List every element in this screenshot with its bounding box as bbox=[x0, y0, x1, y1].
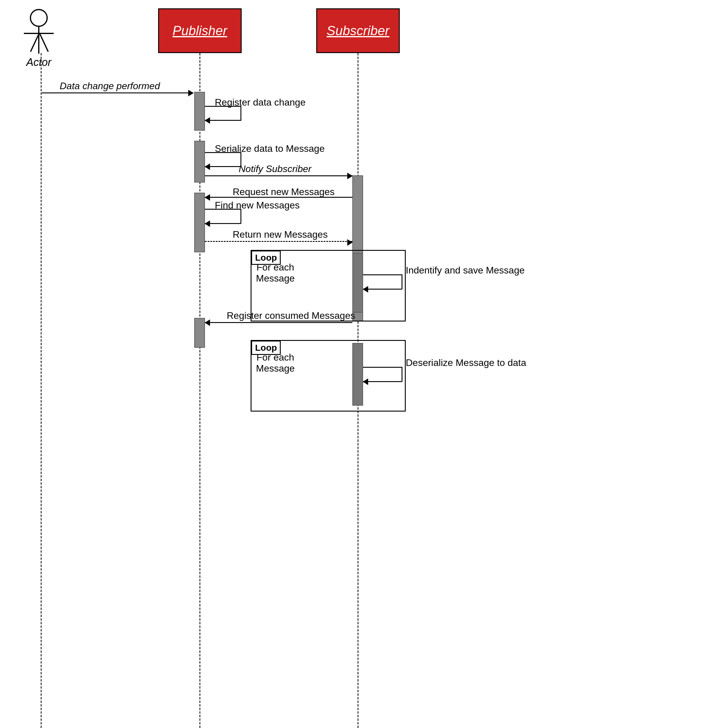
loop-fragment-2: Loop bbox=[250, 340, 406, 412]
arrow-m9 bbox=[205, 322, 352, 323]
arrowhead-m5 bbox=[205, 194, 210, 201]
actor-lifeline bbox=[41, 53, 42, 728]
label-m10: Deserialize Message to data bbox=[406, 357, 526, 368]
subscriber-label: Subscriber bbox=[327, 23, 389, 38]
arrow-m8-down bbox=[402, 274, 402, 289]
loop-condition-2: For each Message bbox=[256, 352, 295, 374]
label-m8: Indentify and save Message bbox=[406, 265, 525, 276]
label-m7: Return new Messages bbox=[233, 229, 328, 240]
actor-leg-right bbox=[30, 32, 40, 52]
arrow-m10-in bbox=[363, 381, 402, 382]
publisher-label: Publisher bbox=[173, 23, 227, 38]
arrowhead-m1 bbox=[188, 90, 194, 96]
label-m1: Data change performed bbox=[60, 80, 160, 92]
label-m2: Register data change bbox=[215, 97, 305, 108]
arrowhead-m10 bbox=[363, 378, 368, 385]
arrow-m10-out bbox=[363, 367, 402, 368]
arrow-m7 bbox=[205, 241, 352, 242]
arrowhead-m9 bbox=[205, 319, 210, 326]
arrow-m4 bbox=[205, 176, 352, 176]
actor-leg-left bbox=[39, 32, 49, 52]
arrow-m2-down bbox=[240, 106, 241, 121]
label-m6: Find new Messages bbox=[215, 200, 300, 211]
label-m4: Notify Subscriber bbox=[239, 163, 311, 174]
activation-bar-pub1 bbox=[194, 92, 205, 131]
arrow-m8-in bbox=[363, 289, 402, 290]
label-m3: Serialize data to Message bbox=[215, 143, 325, 154]
arrow-m8-out bbox=[363, 274, 402, 275]
arrow-m6-in bbox=[205, 223, 241, 224]
actor: Actor bbox=[26, 9, 51, 69]
arrow-m10-down bbox=[402, 367, 402, 382]
activation-bar-pub2 bbox=[194, 141, 205, 183]
arrow-m3-in bbox=[205, 166, 241, 167]
diagram: Actor Publisher Subscriber Data change p… bbox=[0, 0, 716, 728]
arrowhead-m7 bbox=[347, 239, 353, 246]
lifeline-box-subscriber: Subscriber bbox=[316, 8, 400, 53]
activation-bar-pub4 bbox=[194, 318, 205, 348]
activation-bar-sub-loop2 bbox=[352, 343, 363, 406]
actor-head bbox=[30, 9, 48, 27]
arrow-m6-down bbox=[240, 209, 241, 224]
activation-bar-pub3 bbox=[194, 193, 205, 252]
arrowhead-m6 bbox=[205, 220, 210, 227]
label-m5: Request new Messages bbox=[233, 186, 335, 197]
activation-bar-sub-loop1 bbox=[352, 253, 363, 313]
arrowhead-m8 bbox=[363, 286, 368, 292]
loop-condition-1: For each Message bbox=[256, 262, 295, 284]
actor-label: Actor bbox=[26, 56, 51, 69]
arrow-m2-in bbox=[205, 120, 241, 121]
arrowhead-m4 bbox=[347, 173, 353, 179]
lifeline-box-publisher: Publisher bbox=[158, 8, 242, 53]
label-m9: Register consumed Messages bbox=[227, 310, 355, 321]
arrowhead-m2 bbox=[205, 117, 210, 124]
arrowhead-m3 bbox=[205, 163, 210, 170]
arrow-m1 bbox=[42, 92, 193, 93]
